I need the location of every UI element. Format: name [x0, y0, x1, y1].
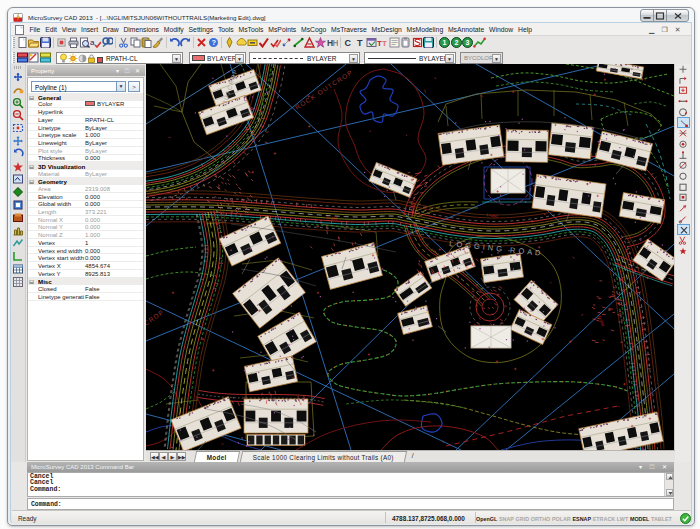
- svg-text:?: ?: [211, 38, 216, 47]
- svg-text:RPATH: RPATH: [410, 197, 416, 212]
- svg-text:CROP: CROP: [146, 308, 165, 327]
- svg-text:T: T: [382, 39, 387, 48]
- svg-text:1: 1: [443, 39, 447, 46]
- svg-text:a: a: [90, 38, 95, 47]
- svg-text:H: H: [332, 38, 338, 48]
- svg-text:T: T: [357, 38, 363, 48]
- svg-text:3: 3: [466, 39, 470, 46]
- svg-text:C: C: [345, 38, 352, 48]
- svg-text:2: 2: [454, 39, 458, 46]
- svg-text:ROCK OUTCROP: ROCK OUTCROP: [294, 68, 354, 111]
